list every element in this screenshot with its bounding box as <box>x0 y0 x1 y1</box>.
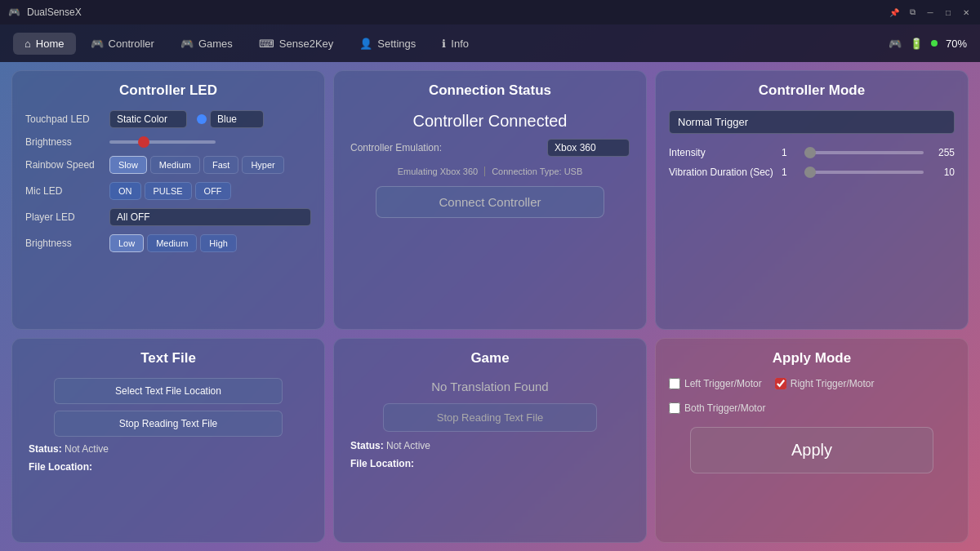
intensity-slider[interactable] <box>804 151 924 154</box>
both-trigger-checkbox[interactable] <box>669 402 680 414</box>
nav-item-info[interactable]: ℹ Info <box>430 33 480 55</box>
text-file-title: Text File <box>25 350 311 367</box>
intensity-label: Intensity <box>669 147 775 158</box>
battery-icon: 🔋 <box>910 38 923 50</box>
brightness-medium-button[interactable]: Medium <box>147 234 197 252</box>
minimize-button[interactable]: ─ <box>924 7 936 18</box>
nav-item-controller[interactable]: 🎮 Controller <box>79 33 166 55</box>
app-title: DualSenseX <box>27 7 82 18</box>
left-trigger-checkbox-label[interactable]: Left Trigger/Motor <box>669 378 762 389</box>
intensity-max: 255 <box>930 147 955 158</box>
touchpad-color-select[interactable]: Blue Red Green White <box>210 110 264 128</box>
copy-button[interactable]: ⧉ <box>906 7 918 18</box>
rainbow-speed-label: Rainbow Speed <box>25 159 103 171</box>
emulation-select[interactable]: Xbox 360 DualShock 4 <box>547 139 630 157</box>
emulating-text: Emulating Xbox 360 <box>398 167 478 176</box>
emulation-info: Emulating Xbox 360 Connection Type: USB <box>347 167 633 176</box>
left-trigger-label: Left Trigger/Motor <box>684 378 762 389</box>
right-trigger-label: Right Trigger/Motor <box>791 378 875 389</box>
app-icon: 🎮 <box>8 7 20 18</box>
no-translation-text: No Translation Found <box>347 380 633 393</box>
game-location-row: File Location: <box>347 458 633 469</box>
text-file-status-label: Status: <box>29 443 62 455</box>
both-trigger-label: Both Trigger/Motor <box>684 402 765 414</box>
stop-reading-text-button[interactable]: Stop Reading Text File <box>54 411 283 437</box>
text-file-status-value: Not Active <box>65 443 109 455</box>
controller-mode-panel: Controller Mode Normal Trigger Rigid Pul… <box>655 70 969 330</box>
brightness-low-button[interactable]: Low <box>109 234 144 252</box>
select-text-file-button[interactable]: Select Text File Location <box>54 378 283 404</box>
info-icon: ℹ <box>442 38 446 50</box>
speed-fast-button[interactable]: Fast <box>203 156 238 174</box>
vibration-max: 10 <box>930 167 955 178</box>
controller-led-title: Controller LED <box>25 82 311 99</box>
player-brightness-row: Brightness Low Medium High <box>25 234 311 252</box>
games-icon: 🎮 <box>180 38 194 50</box>
vibration-slider[interactable] <box>804 171 924 174</box>
nav-item-settings[interactable]: 👤 Settings <box>348 33 427 55</box>
emulation-row: Controller Emulation: Xbox 360 DualShock… <box>347 139 633 157</box>
brightness-high-button[interactable]: High <box>200 234 237 252</box>
nav-item-sense2key[interactable]: ⌨ Sense2Key <box>247 33 345 55</box>
brightness-slider-container <box>109 140 216 144</box>
main-content: Controller LED Touchpad LED Static Color… <box>0 62 980 551</box>
right-trigger-checkbox-label[interactable]: Right Trigger/Motor <box>775 378 875 389</box>
text-file-panel: Text File Select Text File Location Stop… <box>11 338 325 543</box>
sense2key-icon: ⌨ <box>259 38 274 50</box>
controller-led-panel: Controller LED Touchpad LED Static Color… <box>11 70 325 330</box>
mode-select-wrapper: Normal Trigger Rigid Pulse Rigid Pulse C… <box>669 110 955 134</box>
connection-status-title: Connection Status <box>347 82 633 99</box>
nav-item-home[interactable]: ⌂ Home <box>13 33 76 55</box>
connect-controller-button[interactable]: Connect Controller <box>376 186 604 218</box>
vibration-row: Vibration Duration (Sec) 1 10 <box>669 167 955 178</box>
touchpad-mode-wrapper: Static Color Rainbow Off <box>109 110 187 128</box>
vibration-value: 1 <box>782 167 798 178</box>
mic-on-button[interactable]: ON <box>109 182 141 200</box>
titlebar-left: 🎮 DualSenseX <box>8 7 82 18</box>
apply-mode-title: Apply Mode <box>669 350 955 367</box>
player-led-select[interactable]: All OFF Player 1 Player 2 Player 3 Playe… <box>109 208 311 226</box>
mic-pulse-button[interactable]: PULSE <box>145 182 192 200</box>
apply-button[interactable]: Apply <box>690 427 933 473</box>
text-file-status-row: Status: Not Active <box>25 443 311 455</box>
settings-icon: 👤 <box>359 38 372 50</box>
controller-mode-select[interactable]: Normal Trigger Rigid Pulse Rigid Pulse C… <box>669 110 955 134</box>
nav-label-settings: Settings <box>377 38 416 50</box>
mic-led-row: Mic LED ON PULSE OFF <box>25 182 311 200</box>
mic-off-button[interactable]: OFF <box>195 182 231 200</box>
nav-label-info: Info <box>451 38 469 50</box>
connection-type-text: Connection Type: USB <box>492 167 582 176</box>
text-file-location-label: File Location: <box>29 461 92 473</box>
close-button[interactable]: ✕ <box>960 7 972 18</box>
connection-status-text: Controller Connected <box>347 112 633 131</box>
speed-hyper-button[interactable]: Hyper <box>242 156 283 174</box>
brightness-slider[interactable] <box>109 140 216 144</box>
maximize-button[interactable]: □ <box>942 7 954 18</box>
text-file-location-row: File Location: <box>25 461 311 473</box>
speed-medium-button[interactable]: Medium <box>150 156 200 174</box>
left-trigger-checkbox[interactable] <box>669 378 680 389</box>
stop-reading-game-button[interactable]: Stop Reading Text File <box>383 403 598 432</box>
rainbow-speed-group: Slow Medium Fast Hyper <box>109 156 284 174</box>
mic-led-label: Mic LED <box>25 185 103 197</box>
right-trigger-checkbox[interactable] <box>775 378 786 389</box>
nav-item-games[interactable]: 🎮 Games <box>169 33 244 55</box>
both-trigger-checkbox-label[interactable]: Both Trigger/Motor <box>669 402 765 414</box>
nav-right: 🎮 🔋 70% <box>889 38 967 50</box>
mic-led-group: ON PULSE OFF <box>109 182 231 200</box>
nav-items: ⌂ Home 🎮 Controller 🎮 Games ⌨ Sense2Key … <box>13 33 480 55</box>
game-status-label: Status: <box>350 440 384 451</box>
speed-slow-button[interactable]: Slow <box>109 156 147 174</box>
vibration-label: Vibration Duration (Sec) <box>669 167 775 178</box>
home-icon: ⌂ <box>24 38 31 50</box>
emulation-select-wrapper: Xbox 360 DualShock 4 <box>547 139 630 157</box>
brightness-row: Brightness <box>25 136 311 148</box>
touchpad-mode-select[interactable]: Static Color Rainbow Off <box>109 110 187 128</box>
emul-divider <box>484 167 485 176</box>
pin-button[interactable]: 📌 <box>889 7 900 18</box>
controller-icon-right: 🎮 <box>889 38 902 50</box>
controller-icon: 🎮 <box>91 38 104 50</box>
touchpad-color-wrapper: Blue Red Green White <box>197 110 264 128</box>
brightness-label: Brightness <box>25 136 103 148</box>
window-controls: 📌 ⧉ ─ □ ✕ <box>889 7 972 18</box>
